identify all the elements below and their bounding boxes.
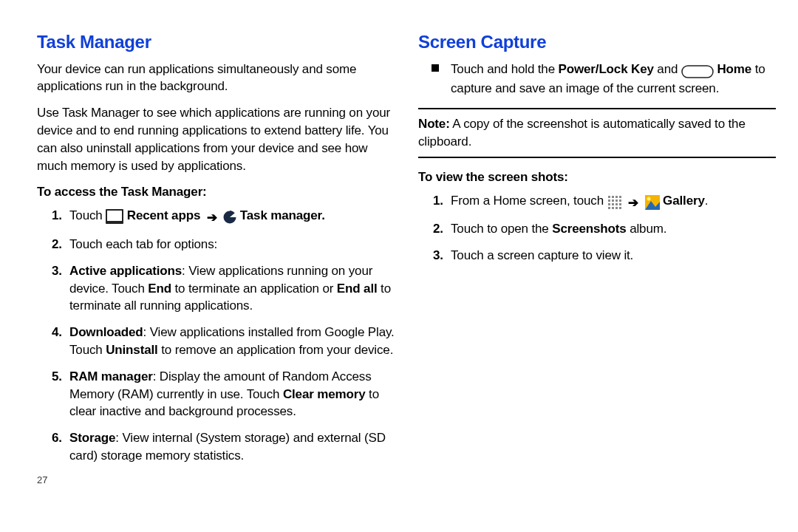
text: to terminate an application or (171, 282, 337, 296)
svg-rect-8 (615, 200, 618, 202)
text-bold: Downloaded (69, 325, 143, 339)
bullet-list: Touch and hold the Power/Lock Key and Ho… (418, 61, 776, 98)
svg-rect-16 (615, 207, 618, 209)
body-text: Your device can run applications simulta… (37, 61, 395, 96)
svg-point-20 (647, 197, 650, 200)
svg-rect-17 (619, 207, 621, 209)
text-bold: Task manager. (240, 208, 325, 222)
list-item: Storage: View internal (System storage) … (69, 429, 395, 465)
right-column: Screen Capture Touch and hold the Power/… (418, 30, 776, 517)
text-bold: End all (337, 282, 378, 296)
list-item: From a Home screen, touch ➔ (451, 192, 776, 212)
arrow-right-icon: ➔ (625, 194, 641, 212)
text-bold: Clear memory (283, 387, 366, 401)
arrow-right-icon: ➔ (204, 209, 220, 227)
list-item: Touch a screen capture to view it. (451, 247, 776, 265)
text-bold: Power/Lock Key (559, 62, 654, 76)
text: . (705, 194, 709, 208)
body-text: Use Task Manager to see which applicatio… (37, 104, 395, 174)
home-pill-icon (681, 63, 714, 81)
text-bold: Home (717, 62, 751, 76)
apps-grid-icon (607, 194, 622, 212)
note-label: Note: (418, 117, 450, 131)
list-item: Active applications: View applications r… (69, 262, 395, 315)
text-bold: Uninstall (106, 343, 157, 357)
text-bold: Storage (69, 431, 115, 445)
text-bold: RAM manager (69, 369, 153, 383)
list-item: RAM manager: Display the amount of Rando… (69, 368, 395, 420)
svg-rect-13 (619, 203, 621, 205)
svg-rect-14 (608, 207, 610, 209)
note-text: A copy of the screenshot is automaticall… (418, 117, 746, 149)
svg-rect-9 (619, 200, 621, 202)
pie-chart-icon (223, 209, 236, 227)
task-manager-steps: Touch Recent apps ➔ Task manager. Touch … (37, 207, 395, 465)
text: Touch (69, 208, 106, 222)
list-item: Touch Recent apps ➔ Task manager. (69, 207, 395, 227)
svg-rect-4 (615, 196, 618, 198)
text-bold: Active applications (69, 264, 182, 278)
recent-apps-icon (106, 209, 123, 227)
view-screenshots-steps: From a Home screen, touch ➔ (418, 192, 776, 265)
svg-rect-1 (682, 66, 713, 78)
svg-rect-7 (612, 200, 614, 202)
svg-rect-5 (619, 196, 621, 198)
text: Touch to open the (451, 222, 552, 236)
text: to remove an application from your devic… (158, 343, 394, 357)
text: album. (627, 222, 667, 236)
text-bold: Gallery (663, 194, 705, 208)
manual-page: Task Manager Your device can run applica… (0, 0, 798, 532)
list-item: Touch and hold the Power/Lock Key and Ho… (451, 61, 776, 98)
left-column: Task Manager Your device can run applica… (37, 30, 395, 517)
svg-rect-6 (608, 200, 610, 202)
list-item: Touch to open the Screenshots album. (451, 220, 776, 238)
text-bold: Recent apps (127, 208, 200, 222)
text: Touch and hold the (451, 62, 559, 76)
svg-rect-15 (612, 207, 614, 209)
list-item: Touch each tab for options: (69, 236, 395, 253)
text: From a Home screen, touch (451, 194, 607, 208)
text: : View internal (System storage) and ext… (69, 431, 386, 463)
subheading: To access the Task Manager: (37, 183, 395, 201)
note-block: Note: A copy of the screenshot is automa… (418, 108, 776, 158)
task-manager-heading: Task Manager (37, 30, 395, 55)
svg-rect-11 (612, 203, 614, 205)
screen-capture-heading: Screen Capture (418, 30, 776, 55)
subheading: To view the screen shots: (418, 168, 776, 186)
gallery-icon (645, 194, 660, 212)
page-number: 27 (37, 474, 395, 487)
text-bold: End (148, 282, 171, 296)
svg-rect-3 (612, 196, 614, 198)
text-bold: Screenshots (552, 222, 626, 236)
svg-rect-10 (608, 203, 610, 205)
svg-rect-12 (615, 203, 618, 205)
svg-rect-2 (608, 196, 610, 198)
list-item: Downloaded: View applications installed … (69, 324, 395, 359)
text: and (654, 62, 681, 76)
